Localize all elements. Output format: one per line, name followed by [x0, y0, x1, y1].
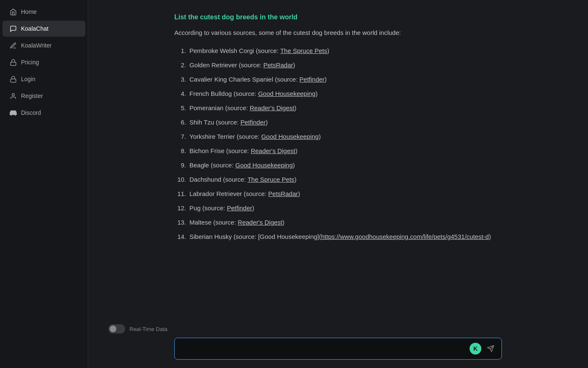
list-item: 7.Yorkshire Terrier (source: Good Housek…	[174, 130, 502, 144]
svg-point-2	[12, 93, 14, 96]
sidebar-label-discord: Discord	[21, 109, 41, 116]
breed-source-link[interactable]: Petfinder	[227, 204, 252, 212]
chat-input[interactable]	[180, 339, 470, 358]
sidebar-label-koalawriter: KoalaWriter	[21, 42, 52, 49]
discord-icon	[9, 109, 17, 116]
breed-text: Dachshund (source: The Spruce Pets)	[189, 175, 502, 185]
breed-text: Cavalier King Charles Spaniel (source: P…	[189, 74, 502, 85]
chat-input-row: K	[174, 338, 502, 360]
register-icon	[9, 92, 17, 100]
breed-num: 8.	[174, 146, 186, 156]
sidebar-item-home[interactable]: Home	[3, 4, 85, 20]
breed-text: Beagle (source: Good Housekeeping)	[189, 160, 502, 170]
breed-num: 11.	[174, 189, 186, 199]
list-item: 4.French Bulldog (source: Good Housekeep…	[174, 87, 502, 101]
breed-source-link[interactable]: Petfinder	[240, 119, 265, 126]
send-button[interactable]	[485, 343, 496, 355]
sidebar-item-koalachat[interactable]: KoalaChat	[3, 21, 85, 37]
sidebar-label-pricing: Pricing	[21, 59, 39, 66]
home-icon	[9, 8, 17, 16]
koalachat-icon	[9, 25, 17, 32]
breed-text: Bichon Frise (source: Reader's Digest)	[189, 146, 502, 156]
breed-source-link[interactable]: The Spruce Pets	[247, 176, 294, 183]
list-item: 2.Golden Retriever (source: PetsRadar)	[174, 58, 502, 72]
breed-text: French Bulldog (source: Good Housekeepin…	[189, 89, 502, 99]
login-icon	[9, 75, 17, 83]
breed-source-link[interactable]: Reader's Digest	[238, 219, 282, 226]
breed-num: 4.	[174, 89, 186, 99]
sidebar-item-pricing[interactable]: Pricing	[3, 54, 85, 70]
dog-breeds-list: 1.Pembroke Welsh Corgi (source: The Spru…	[174, 44, 502, 244]
breed-num: 3.	[174, 74, 186, 85]
list-item: 10.Dachshund (source: The Spruce Pets)	[174, 172, 502, 187]
breed-num: 7.	[174, 132, 186, 142]
breed-num: 10.	[174, 175, 186, 185]
svg-rect-0	[10, 62, 16, 65]
breed-num: 2.	[174, 60, 186, 70]
breed-text: Golden Retriever (source: PetsRadar)	[189, 60, 502, 70]
breed-num: 6.	[174, 117, 186, 127]
breed-source-link[interactable]: PetsRadar	[263, 61, 293, 69]
sidebar-item-koalawriter[interactable]: KoalaWriter	[3, 37, 85, 53]
list-item: 1.Pembroke Welsh Corgi (source: The Spru…	[174, 44, 502, 58]
list-item: 12.Pug (source: Petfinder)	[174, 201, 502, 215]
koalawriter-icon	[9, 42, 17, 49]
breed-text: Pomeranian (source: Reader's Digest)	[189, 103, 502, 113]
breed-source-link[interactable]: The Spruce Pets	[280, 47, 327, 54]
breed-num: 9.	[174, 160, 186, 170]
list-item: 5.Pomeranian (source: Reader's Digest)	[174, 101, 502, 115]
sidebar-label-register: Register	[21, 93, 43, 99]
breed-num: 5.	[174, 103, 186, 113]
sidebar-item-register[interactable]: Register	[3, 88, 85, 104]
breed-source-link[interactable]: PetsRadar	[268, 190, 298, 197]
chat-area: List the cutest dog breeds in the world …	[88, 0, 588, 319]
breed-text: Pug (source: Petfinder)	[189, 203, 502, 213]
breed-num: 12.	[174, 203, 186, 213]
input-actions: K	[470, 343, 496, 355]
sidebar-item-discord[interactable]: Discord	[3, 105, 85, 121]
list-item: 6.Shih Tzu (source: Petfinder)	[174, 115, 502, 130]
list-item: 3.Cavalier King Charles Spaniel (source:…	[174, 72, 502, 87]
breed-source-link[interactable]: Petfinder	[299, 76, 325, 83]
pricing-icon	[9, 58, 17, 66]
sidebar-item-login[interactable]: Login	[3, 71, 85, 87]
breed-text: Siberian Husky (source: [Good Housekeepi…	[189, 232, 502, 242]
realtime-toggle-row: Real-Time Data	[108, 324, 568, 334]
breed-num: 1.	[174, 46, 186, 56]
answer-intro: According to various sources, some of th…	[174, 28, 502, 38]
sidebar: Home KoalaChat KoalaWriter Pricing Login…	[0, 0, 88, 368]
question-title: List the cutest dog breeds in the world	[174, 13, 502, 21]
list-item: 13.Maltese (source: Reader's Digest)	[174, 215, 502, 230]
bottom-bar: Real-Time Data K	[88, 319, 588, 368]
breed-text: Yorkshire Terrier (source: Good Housekee…	[189, 132, 502, 142]
breed-source-link[interactable]: Good Housekeeping	[258, 90, 315, 97]
breed-text: Maltese (source: Reader's Digest)	[189, 217, 502, 228]
koala-button[interactable]: K	[470, 343, 481, 355]
list-item: 14.Siberian Husky (source: [Good Houseke…	[174, 230, 502, 244]
sidebar-label-home: Home	[21, 8, 37, 15]
list-item: 8.Bichon Frise (source: Reader's Digest)	[174, 144, 502, 158]
breed-num: 13.	[174, 217, 186, 228]
breed-source-link[interactable]: Reader's Digest	[251, 147, 295, 154]
sidebar-label-koalachat: KoalaChat	[21, 25, 48, 32]
list-item: 9.Beagle (source: Good Housekeeping)	[174, 158, 502, 172]
realtime-label: Real-Time Data	[129, 326, 168, 332]
breed-source-link[interactable]: https://www.goodhousekeeping.com/life/pe…	[321, 233, 489, 240]
realtime-toggle-switch[interactable]	[108, 324, 125, 334]
main-content: List the cutest dog breeds in the world …	[88, 0, 588, 368]
breed-source-link[interactable]: Good Housekeeping	[261, 133, 319, 140]
breed-source-link[interactable]: Good Housekeeping	[235, 161, 293, 169]
sidebar-label-login: Login	[21, 76, 35, 82]
breed-text: Labrador Retriever (source: PetsRadar)	[189, 189, 502, 199]
svg-rect-1	[10, 79, 16, 82]
message-block: List the cutest dog breeds in the world …	[174, 13, 502, 244]
list-item: 11.Labrador Retriever (source: PetsRadar…	[174, 187, 502, 201]
breed-text: Pembroke Welsh Corgi (source: The Spruce…	[189, 46, 502, 56]
breed-text: Shih Tzu (source: Petfinder)	[189, 117, 502, 127]
breed-num: 14.	[174, 232, 186, 242]
breed-source-link[interactable]: Reader's Digest	[249, 104, 294, 111]
